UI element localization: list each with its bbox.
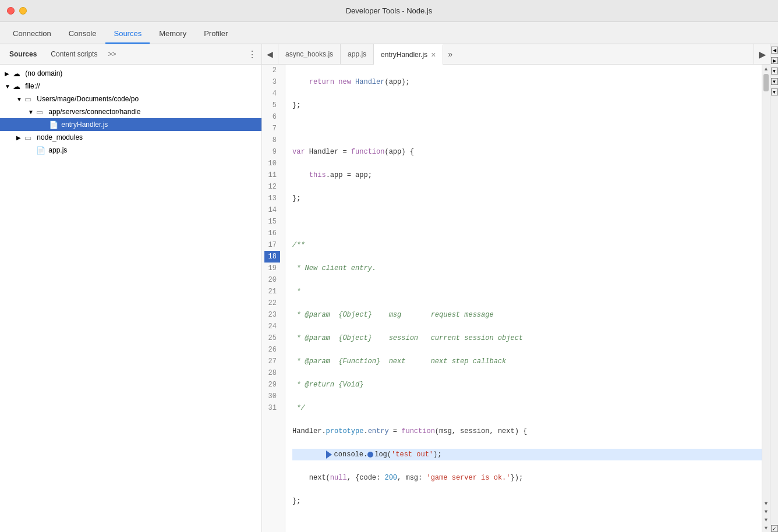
tab-profiler[interactable]: Profiler [196, 24, 236, 44]
folder-icon: ▭ [24, 133, 35, 142]
code-line-2: return new Handler(app); [292, 76, 762, 88]
main-toolbar: Connection Console Sources Memory Profil… [0, 22, 778, 44]
title-bar: Developer Tools - Node.js [0, 0, 778, 22]
gutter-line-3: 3 [264, 76, 280, 88]
file-tab-label: app.js [348, 50, 366, 58]
arrow-spacer [28, 147, 36, 154]
gutter-line-12: 12 [264, 181, 280, 193]
scroll-down-1[interactable]: ▼ [762, 499, 770, 508]
close-tab-icon[interactable]: × [431, 51, 436, 59]
debug-btn-5[interactable]: ▼ [771, 88, 778, 95]
tree-label: file:// [23, 82, 40, 90]
scroll-down-4[interactable]: ▼ [762, 524, 770, 532]
file-tab-app[interactable]: app.js [341, 44, 374, 65]
tree-item-file[interactable]: ▼ ☁ file:// [0, 80, 261, 93]
tree-item-users[interactable]: ▼ ▭ Users/mage/Documents/code/po [0, 93, 261, 105]
tree-item-entry-handler[interactable]: 📄 entryHandler.js [0, 118, 261, 131]
code-line-14: * @param {Function} next next step callb… [292, 356, 762, 367]
debug-btn-3[interactable]: ▼ [771, 68, 778, 75]
gutter-line-18[interactable]: 18 [264, 251, 280, 263]
tab-memory[interactable]: Memory [151, 24, 194, 44]
code-line-16: */ [292, 402, 762, 414]
gutter-line-8: 8 [264, 134, 280, 146]
subtab-content-scripts[interactable]: Content scripts [44, 47, 104, 62]
scroll-down-3[interactable]: ▼ [762, 516, 770, 524]
scroll-down-2[interactable]: ▼ [762, 508, 770, 516]
gutter-line-24: 24 [264, 321, 280, 332]
window-title: Developer Tools - Node.js [346, 6, 433, 15]
code-line-13: * @param {Object} session current sessio… [292, 332, 762, 344]
gutter-line-7: 7 [264, 123, 280, 134]
gutter-line-17: 17 [264, 239, 280, 251]
tab-console[interactable]: Console [61, 24, 105, 44]
gutter-line-31: 31 [264, 402, 280, 414]
tab-nav-back[interactable]: ◀ [262, 44, 278, 65]
folder-icon: ▭ [36, 108, 47, 116]
tree-label: app.js [47, 146, 67, 154]
scroll-up-btn[interactable]: ▲ [762, 65, 770, 73]
main-content: Sources Content scripts >> ⋮ ▶ ☁ (no dom… [0, 44, 778, 532]
code-line-12: * @param {Object} msg request message [292, 309, 762, 321]
debug-btn-6[interactable]: ↙ [771, 525, 778, 532]
code-line-6: this.app = app; [292, 169, 762, 181]
arrow-icon: ▼ [16, 96, 24, 102]
scrollbar-track[interactable] [762, 73, 770, 499]
code-line-4 [292, 123, 762, 134]
arrow-spacer [41, 122, 49, 128]
tab-nav-forward[interactable]: ▶ [754, 44, 770, 65]
gutter-line-25: 25 [264, 332, 280, 344]
tree-label: node_modules [35, 133, 83, 141]
arrow-icon: ▼ [5, 83, 13, 90]
folder-icon: ▭ [24, 95, 35, 104]
scrollbar[interactable]: ▲ ▼ ▼ ▼ ▼ [762, 65, 770, 532]
file-tab-async-hooks[interactable]: async_hooks.js [278, 44, 341, 65]
code-line-11: * [292, 286, 762, 297]
code-area: 2 3 4 5 6 7 8 9 10 11 12 13 14 15 16 17 … [262, 65, 770, 532]
gutter-line-20: 20 [264, 274, 280, 286]
tree-item-app-js[interactable]: 📄 app.js [0, 144, 261, 157]
code-line-8 [292, 216, 762, 228]
gutter-line-23: 23 [264, 309, 280, 321]
gutter-line-4: 4 [264, 88, 280, 100]
tree-item-node-modules[interactable]: ▶ ▭ node_modules [0, 131, 261, 144]
gutter-line-13: 13 [264, 193, 280, 204]
subtab-menu-btn[interactable]: ⋮ [245, 49, 259, 60]
code-line-20: }; [292, 495, 762, 507]
tab-sources[interactable]: Sources [105, 24, 150, 44]
file-icon: 📄 [49, 120, 59, 129]
tree-label: entryHandler.js [59, 120, 108, 129]
gutter-line-21: 21 [264, 286, 280, 297]
file-tab-entry-handler[interactable]: entryHandler.js × [374, 44, 443, 65]
arrow-icon: ▼ [28, 109, 36, 115]
scrollbar-thumb[interactable] [763, 74, 769, 91]
tabs-overflow-btn[interactable]: » [443, 49, 457, 59]
code-line-7: }; [292, 193, 762, 204]
gutter-line-14: 14 [264, 204, 280, 216]
cloud-icon: ☁ [13, 82, 23, 91]
minimize-button[interactable] [19, 7, 27, 15]
gutter-line-6: 6 [264, 111, 280, 123]
gutter-line-10: 10 [264, 158, 280, 169]
tree-label: Users/mage/Documents/code/po [35, 95, 139, 103]
code-gutter: 2 3 4 5 6 7 8 9 10 11 12 13 14 15 16 17 … [262, 65, 285, 532]
tree-label: app/servers/connector/handle [47, 108, 140, 116]
tree-item-no-domain[interactable]: ▶ ☁ (no domain) [0, 67, 261, 80]
debug-btn-2[interactable]: ▶ [771, 57, 778, 64]
gutter-line-15: 15 [264, 216, 280, 228]
code-line-9: /** [292, 239, 762, 251]
code-line-21 [292, 519, 762, 530]
file-tab-label: entryHandler.js [381, 51, 427, 59]
far-right-panel: ◀ ▶ ▼ ▼ ▼ ↙ [770, 44, 778, 532]
debug-btn-1[interactable]: ◀ [771, 47, 778, 54]
tree-item-app-servers[interactable]: ▼ ▭ app/servers/connector/handle [0, 105, 261, 118]
gutter-line-5: 5 [264, 100, 280, 111]
cloud-icon: ☁ [13, 69, 23, 78]
right-panel: ◀ async_hooks.js app.js entryHandler.js … [262, 44, 770, 532]
debug-btn-4[interactable]: ▼ [771, 78, 778, 85]
subtab-more-btn[interactable]: >> [104, 50, 119, 58]
subtab-sources[interactable]: Sources [2, 47, 44, 62]
close-button[interactable] [7, 7, 15, 15]
tab-connection[interactable]: Connection [5, 24, 59, 44]
code-content[interactable]: return new Handler(app); }; var Handler … [285, 65, 762, 532]
left-subtabs: Sources Content scripts >> ⋮ [0, 44, 261, 65]
